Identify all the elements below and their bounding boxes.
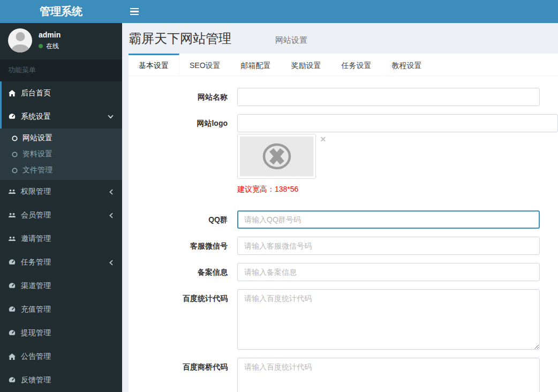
logo-preview-image (240, 137, 313, 176)
gauge-icon (8, 329, 16, 337)
sidebar-toggle-button[interactable] (122, 0, 147, 23)
sidebar-item-feedback-management[interactable]: 反馈管理 (0, 368, 122, 392)
site-logo-input[interactable] (237, 114, 558, 132)
sidebar-item-site-settings[interactable]: 网站设置 (0, 130, 122, 146)
site-name-label: 网站名称 (129, 88, 237, 106)
sidebar-item-member-management[interactable]: 会员管理 (0, 203, 122, 227)
tab-bar: 基本设置 SEO设置 邮箱配置 奖励设置 任务设置 教程设置 (129, 54, 558, 76)
system-settings-submenu: 网站设置 资料设置 文件管理 (0, 129, 122, 180)
form-row: QQ群 (129, 210, 558, 229)
sidebar-item-file-management[interactable]: 文件管理 (0, 162, 122, 178)
sidebar-item-label: 会员管理 (21, 210, 51, 220)
icp-info-input[interactable] (237, 263, 540, 281)
navbar (122, 0, 558, 23)
broken-image-icon (258, 141, 296, 172)
sidebar-item-announcement-management[interactable]: 公告管理 (0, 345, 122, 368)
baidu-bridge-code-textarea[interactable] (237, 358, 540, 392)
admin-app: 管理系统 admin 在线 功能菜单 后台首页 (0, 0, 558, 392)
sidebar-item-label: 提现管理 (21, 328, 51, 338)
logo-size-hint: 建议宽高：138*56 (237, 185, 558, 194)
sidebar-item-label: 公告管理 (21, 352, 51, 361)
chevron-left-icon (109, 189, 114, 195)
tab-tutorial-settings[interactable]: 教程设置 (382, 54, 432, 76)
sidebar: admin 在线 功能菜单 后台首页 系统设置 (0, 23, 122, 392)
sidebar-item-label: 渠道管理 (21, 281, 51, 291)
tab-email-config[interactable]: 邮箱配置 (231, 54, 281, 76)
status-label: 在线 (46, 42, 59, 51)
settings-card: 基本设置 SEO设置 邮箱配置 奖励设置 任务设置 教程设置 网站名称 网站lo… (129, 54, 558, 392)
sidebar-item-recharge-management[interactable]: 充值管理 (0, 298, 122, 321)
basic-settings-form: 网站名称 网站logo (129, 76, 558, 392)
sidebar-item-withdrawal-management[interactable]: 提现管理 (0, 321, 122, 345)
content-header: 霸屏天下网站管理 网站设置 (122, 23, 558, 54)
tab-task-settings[interactable]: 任务设置 (331, 54, 382, 76)
sidebar-item-label: 系统设置 (21, 112, 51, 122)
top-bar: 管理系统 (0, 0, 558, 23)
baidu-analytics-code-textarea[interactable] (237, 289, 540, 350)
sidebar-item-label: 后台首页 (21, 88, 51, 98)
online-status-icon (39, 44, 43, 48)
form-row: 百度统计代码 (129, 289, 558, 350)
sidebar-item-channel-management[interactable]: 渠道管理 (0, 274, 122, 298)
sidebar-item-label: 资料设置 (22, 149, 52, 159)
sidebar-item-home[interactable]: 后台首页 (0, 81, 122, 105)
username: admin (39, 31, 61, 39)
form-row: 网站logo (129, 114, 558, 132)
sidebar-item-label: 任务管理 (21, 258, 51, 267)
page-title: 霸屏天下网站管理 (129, 31, 231, 46)
sidebar-item-task-management[interactable]: 任务管理 (0, 251, 122, 274)
circle-o-icon (12, 152, 18, 157)
chevron-down-icon (108, 115, 114, 119)
gauge-icon (8, 306, 16, 313)
qq-group-input[interactable] (237, 210, 540, 229)
circle-o-icon (12, 168, 18, 174)
users-icon (8, 212, 16, 219)
gauge-icon (8, 376, 16, 384)
tab-basic-settings[interactable]: 基本设置 (129, 54, 179, 76)
gauge-icon (8, 282, 16, 290)
home-icon (8, 353, 16, 360)
site-logo-label: 网站logo (129, 114, 237, 132)
sidebar-menu: 后台首页 系统设置 网站设置 (0, 81, 122, 392)
customer-service-wechat-label: 客服微信号 (129, 237, 237, 255)
sidebar-item-invite-management[interactable]: 邀请管理 (0, 227, 122, 251)
logo-preview-row: × (237, 134, 558, 179)
sidebar-item-permission-management[interactable]: 权限管理 (0, 180, 122, 203)
main-content: 霸屏天下网站管理 网站设置 基本设置 SEO设置 邮箱配置 奖励设置 任务设置 … (122, 23, 558, 392)
customer-service-wechat-input[interactable] (237, 237, 540, 255)
chevron-left-icon (109, 213, 114, 218)
hamburger-icon (130, 8, 139, 16)
brand-logo[interactable]: 管理系统 (0, 0, 122, 23)
users-icon (8, 235, 16, 243)
form-row: 客服微信号 (129, 237, 558, 255)
sidebar-item-label: 权限管理 (21, 187, 51, 197)
qq-group-label: QQ群 (129, 210, 237, 229)
sidebar-item-label: 网站设置 (22, 133, 52, 143)
remove-logo-button[interactable]: × (320, 134, 326, 144)
site-name-input[interactable] (237, 88, 540, 106)
gauge-icon (8, 259, 16, 266)
user-panel: admin 在线 (0, 23, 122, 59)
tab-reward-settings[interactable]: 奖励设置 (281, 54, 331, 76)
baidu-analytics-code-label: 百度统计代码 (129, 289, 237, 307)
sidebar-item-label: 邀请管理 (21, 234, 51, 244)
sidebar-item-system-settings[interactable]: 系统设置 (0, 105, 122, 129)
sidebar-item-label: 反馈管理 (21, 375, 51, 385)
home-icon (8, 89, 16, 97)
avatar (8, 28, 32, 52)
baidu-bridge-code-label: 百度商桥代码 (129, 358, 237, 376)
form-row: 百度商桥代码 (129, 358, 558, 392)
circle-o-icon (12, 135, 18, 141)
sidebar-item-label: 文件管理 (22, 165, 52, 175)
form-row: 网站名称 (129, 88, 558, 106)
menu-section-label: 功能菜单 (0, 59, 122, 81)
sidebar-item-label: 充值管理 (21, 305, 51, 314)
tab-seo-settings[interactable]: SEO设置 (179, 54, 231, 76)
sidebar-item-profile-settings[interactable]: 资料设置 (0, 146, 122, 162)
page-subtitle: 网站设置 (275, 35, 307, 44)
icp-info-label: 备案信息 (129, 263, 237, 281)
form-row: 备案信息 (129, 263, 558, 281)
logo-preview-box (237, 134, 316, 179)
gauge-icon (8, 113, 16, 120)
user-status: 在线 (39, 42, 61, 51)
